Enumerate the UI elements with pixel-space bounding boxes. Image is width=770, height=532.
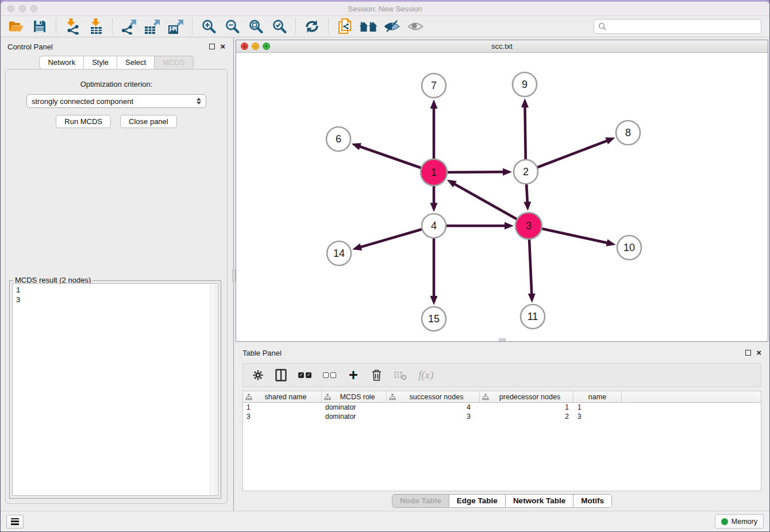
result-scrollbar[interactable] xyxy=(210,284,217,495)
zoom-fit-icon[interactable] xyxy=(246,18,265,35)
cell-predecessor-nodes[interactable]: 2 xyxy=(480,412,573,421)
export-image-icon[interactable] xyxy=(166,18,186,35)
memory-button[interactable]: Memory xyxy=(715,514,764,529)
mcds-result-item[interactable]: 3 xyxy=(16,295,214,304)
mcds-result-item[interactable]: 1 xyxy=(16,285,214,295)
deselect-all-columns-icon[interactable] xyxy=(323,372,336,378)
arrowhead-4-14 xyxy=(352,244,362,250)
table-row[interactable]: 1dominator411 xyxy=(243,403,761,412)
float-table-panel-icon[interactable] xyxy=(745,350,751,356)
column-header-name[interactable]: name xyxy=(573,391,622,402)
close-table-panel-icon[interactable]: × xyxy=(756,350,761,356)
node-table: shared nameMCDS rolesuccessor nodesprede… xyxy=(242,391,761,491)
show-columns-icon[interactable] xyxy=(275,369,287,381)
float-panel-icon[interactable] xyxy=(209,44,215,49)
duplicate-network-icon[interactable] xyxy=(335,18,355,35)
table-body[interactable]: 1dominator4113dominator323 xyxy=(243,403,761,491)
tab-mcds[interactable]: MCDS xyxy=(154,56,193,70)
network-window-title: scc.txt xyxy=(236,42,768,51)
export-network-icon[interactable] xyxy=(119,18,138,35)
tab-network-table[interactable]: Network Table xyxy=(506,495,573,507)
column-header-MCDS-role[interactable]: MCDS role xyxy=(322,391,387,402)
tab-motifs[interactable]: Motifs xyxy=(573,495,611,507)
hide-selected-icon[interactable] xyxy=(382,18,402,35)
cell-shared-name[interactable]: 3 xyxy=(243,412,322,421)
first-neighbors-icon[interactable] xyxy=(359,18,378,35)
window-title: Session: New Session xyxy=(1,5,769,13)
window-titlebar: Session: New Session xyxy=(1,2,769,16)
cell-name[interactable]: 1 xyxy=(573,403,622,412)
network-canvas[interactable]: 7968124314101511 xyxy=(236,53,768,341)
select-all-columns-icon[interactable]: ✓✓ xyxy=(298,372,311,378)
node-label-14: 14 xyxy=(333,248,345,259)
column-header-filler xyxy=(622,391,761,402)
cell-name[interactable]: 3 xyxy=(573,412,622,421)
edge-2-8[interactable] xyxy=(526,141,608,172)
arrowhead-1-2 xyxy=(503,168,512,176)
arrowhead-2-8 xyxy=(605,137,615,144)
network-view-window: × − + scc.txt 7968124314101511 xyxy=(236,40,768,342)
column-header-shared-name[interactable]: shared name xyxy=(243,391,322,402)
table-options-icon[interactable] xyxy=(252,369,264,381)
status-bar: Memory xyxy=(1,511,769,531)
arrowhead-4-15 xyxy=(430,296,438,305)
cell-successor-nodes[interactable]: 3 xyxy=(387,412,480,421)
canvas-resize-handle[interactable] xyxy=(499,338,506,341)
close-panel-button[interactable]: Close panel xyxy=(120,115,177,128)
splitter-handle[interactable] xyxy=(232,270,236,282)
panel-splitter[interactable] xyxy=(232,37,236,511)
apply-layout-icon[interactable] xyxy=(302,18,322,35)
arrowhead-4-3 xyxy=(505,222,514,230)
arrowhead-2-9 xyxy=(521,98,529,107)
zoom-in-icon[interactable] xyxy=(199,18,218,35)
column-header-successor-nodes[interactable]: successor nodes xyxy=(387,391,480,402)
import-network-icon[interactable] xyxy=(63,18,82,35)
arrowhead-3-10 xyxy=(606,239,616,246)
task-history-button[interactable] xyxy=(6,515,24,529)
close-panel-icon[interactable]: × xyxy=(220,44,225,49)
cell-MCDS-role[interactable]: dominator xyxy=(322,412,387,421)
cell-successor-nodes[interactable]: 4 xyxy=(387,403,480,412)
control-panel-header: Control Panel × xyxy=(1,37,232,56)
show-all-icon[interactable] xyxy=(406,18,425,35)
cell-shared-name[interactable]: 1 xyxy=(243,403,322,412)
import-table-icon[interactable] xyxy=(86,18,106,35)
run-mcds-button[interactable]: Run MCDS xyxy=(56,115,111,128)
search-box[interactable] xyxy=(594,19,761,34)
node-label-1: 1 xyxy=(431,167,437,178)
criterion-dropdown[interactable]: strongly connected component xyxy=(26,94,206,108)
toolbar-separator xyxy=(295,18,296,34)
save-session-icon[interactable] xyxy=(30,18,49,35)
tab-select[interactable]: Select xyxy=(117,56,154,70)
zoom-out-icon[interactable] xyxy=(222,18,242,35)
mcds-result-list[interactable]: 13 xyxy=(12,283,218,496)
tab-network[interactable]: Network xyxy=(39,56,83,70)
search-icon xyxy=(598,22,606,30)
column-header-predecessor-nodes[interactable]: predecessor nodes xyxy=(480,391,573,402)
cell-MCDS-role[interactable]: dominator xyxy=(322,403,387,412)
delete-columns-icon[interactable] xyxy=(371,369,382,381)
export-table-icon[interactable] xyxy=(143,18,162,35)
table-toolbar: ✓✓ + f(x) xyxy=(242,363,761,387)
toolbar-separator xyxy=(112,18,113,34)
tab-style[interactable]: Style xyxy=(83,56,117,70)
cell-predecessor-nodes[interactable]: 1 xyxy=(480,403,573,412)
network-graph[interactable]: 7968124314101511 xyxy=(236,53,768,341)
control-panel: Control Panel × NetworkStyleSelectMCDS O… xyxy=(1,37,232,511)
toolbar-separator xyxy=(192,18,192,34)
list-icon xyxy=(11,518,19,525)
add-column-icon[interactable]: + xyxy=(348,369,359,381)
tab-edge-table[interactable]: Edge Table xyxy=(449,495,506,507)
open-file-icon[interactable] xyxy=(6,18,26,35)
shared-column-icon xyxy=(389,394,396,400)
zoom-selected-icon[interactable] xyxy=(270,18,289,35)
node-label-6: 6 xyxy=(336,133,341,145)
node-label-8: 8 xyxy=(625,127,631,138)
tab-node-table[interactable]: Node Table xyxy=(392,495,449,507)
search-input[interactable] xyxy=(609,22,757,31)
mcds-panel-body: Optimization criterion: strongly connect… xyxy=(5,69,228,504)
toolbar-separator xyxy=(328,18,329,34)
main-toolbar xyxy=(1,16,769,37)
arrowhead-1-4 xyxy=(430,203,438,212)
table-row[interactable]: 3dominator323 xyxy=(243,412,761,421)
